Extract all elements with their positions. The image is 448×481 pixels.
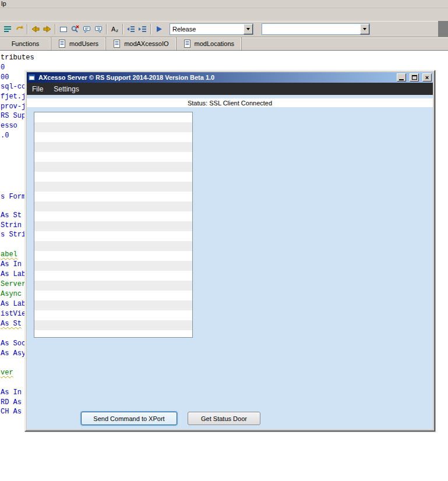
list-row[interactable] [34, 182, 192, 192]
list-row[interactable] [34, 251, 192, 261]
code-fragment: As In [1, 260, 22, 268]
list-row[interactable] [34, 330, 192, 338]
code-fragment: RD As [1, 398, 22, 406]
close-button[interactable]: × [422, 73, 432, 82]
axcesso-server-window: AXcesso Server © RS Support 2014-2018 Ve… [24, 70, 435, 432]
menu-item-file[interactable]: File [27, 83, 48, 95]
code-fragment: s Stri [1, 231, 26, 239]
window-title: AXcesso Server © RS Support 2014-2018 Ve… [38, 74, 393, 81]
menu-item-settings[interactable]: Settings [48, 83, 84, 95]
list-row[interactable] [34, 201, 192, 211]
minimize-button[interactable] [397, 73, 406, 82]
list-row[interactable] [34, 192, 192, 201]
list-row[interactable] [34, 152, 192, 162]
code-fragment: fjet.j [1, 93, 26, 101]
list-row[interactable] [34, 132, 192, 142]
list-row[interactable] [34, 172, 192, 182]
code-fragment: Async [1, 290, 22, 298]
list-row[interactable] [34, 241, 192, 251]
code-fragment: As Soc [1, 339, 26, 348]
code-fragment: .0 [1, 132, 9, 140]
code-fragment: As Lab [1, 270, 26, 278]
status-label: Status: SSL Client Connected [27, 98, 433, 107]
send-command-button[interactable]: Send Command to XPort [81, 412, 177, 425]
device-listbox[interactable] [34, 112, 193, 338]
code-fragment: s Form [1, 193, 26, 201]
code-fragment: Strin [1, 221, 22, 229]
code-fragment: sql-co [1, 83, 26, 91]
window-client-area: Status: SSL Client Connected Send Comman… [27, 95, 433, 429]
list-row[interactable] [34, 310, 192, 320]
code-fragment: As Asy [1, 349, 26, 358]
button-row: Send Command to XPort Get Status Door [81, 412, 260, 425]
list-row[interactable] [34, 271, 192, 281]
code-fragment: 0 [1, 63, 5, 72]
code-fragment: abel [1, 250, 17, 259]
list-row[interactable] [34, 261, 192, 271]
code-fragment: CH As [1, 408, 22, 416]
list-row[interactable] [34, 211, 192, 221]
code-fragment: istVie [1, 310, 26, 318]
maximize-button[interactable] [410, 73, 419, 82]
maximize-icon [412, 75, 417, 80]
code-fragment: ver [1, 369, 13, 377]
code-fragment: As St [1, 211, 22, 220]
list-row[interactable] [34, 221, 192, 231]
get-status-door-button[interactable]: Get Status Door [188, 412, 260, 425]
list-row[interactable] [34, 281, 192, 291]
window-titlebar[interactable]: AXcesso Server © RS Support 2014-2018 Ve… [27, 72, 433, 83]
list-row[interactable] [34, 291, 192, 300]
list-row[interactable] [34, 320, 192, 330]
list-row[interactable] [34, 162, 192, 172]
code-fragment: tributes [1, 54, 34, 62]
minimize-icon [399, 79, 404, 80]
code-fragment: Server [1, 280, 26, 288]
list-row[interactable] [34, 300, 192, 310]
code-fragment: esso [1, 122, 17, 130]
list-row[interactable] [34, 112, 192, 122]
window-menubar: File Settings [27, 83, 433, 95]
code-fragment: As In [1, 388, 22, 397]
list-row[interactable] [34, 142, 192, 152]
code-fragment: As Lab [1, 300, 26, 308]
code-fragment: As St [1, 320, 22, 328]
code-fragment: RS Sup [1, 112, 26, 120]
list-row[interactable] [34, 231, 192, 241]
close-icon: × [425, 75, 429, 81]
app-icon [28, 73, 36, 82]
list-row[interactable] [34, 122, 192, 132]
code-fragment: prov-j [1, 102, 26, 111]
code-fragment: 00 [1, 73, 9, 82]
